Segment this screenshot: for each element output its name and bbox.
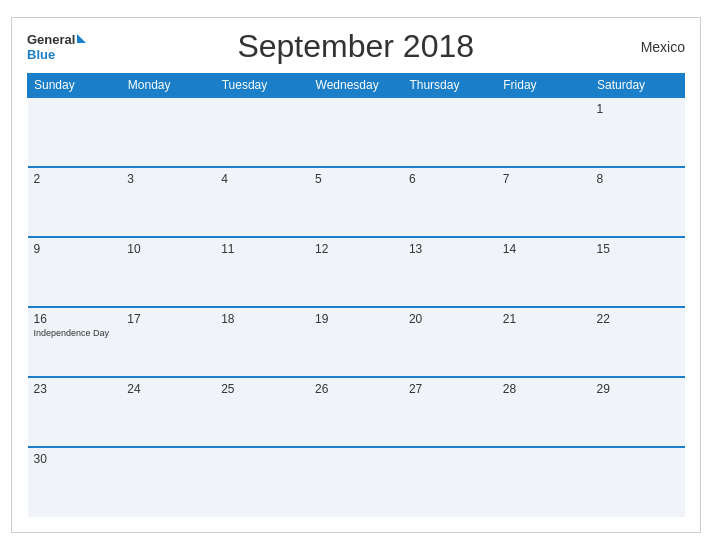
day-number: 22 <box>597 312 679 326</box>
day-number: 1 <box>597 102 679 116</box>
calendar-cell: 16Independence Day <box>28 307 122 377</box>
week-row-1: 2345678 <box>28 167 685 237</box>
calendar-cell <box>497 447 591 517</box>
day-number: 6 <box>409 172 491 186</box>
calendar-cell <box>497 97 591 167</box>
calendar-cell: 12 <box>309 237 403 307</box>
calendar-cell: 26 <box>309 377 403 447</box>
logo-general: General <box>27 32 75 47</box>
day-number: 9 <box>34 242 116 256</box>
weekday-header-monday: Monday <box>121 74 215 98</box>
calendar-cell <box>28 97 122 167</box>
day-number: 8 <box>597 172 679 186</box>
day-number: 29 <box>597 382 679 396</box>
country-label: Mexico <box>625 39 685 55</box>
week-row-2: 9101112131415 <box>28 237 685 307</box>
calendar-title: September 2018 <box>86 28 625 65</box>
day-number: 14 <box>503 242 585 256</box>
calendar-cell: 30 <box>28 447 122 517</box>
calendar-cell <box>309 97 403 167</box>
day-number: 28 <box>503 382 585 396</box>
calendar-cell <box>215 447 309 517</box>
calendar-cell <box>403 447 497 517</box>
calendar-cell: 29 <box>591 377 685 447</box>
day-number: 24 <box>127 382 209 396</box>
day-number: 10 <box>127 242 209 256</box>
calendar-cell: 18 <box>215 307 309 377</box>
calendar-cell <box>309 447 403 517</box>
calendar-cell: 24 <box>121 377 215 447</box>
calendar-cell: 20 <box>403 307 497 377</box>
day-number: 12 <box>315 242 397 256</box>
day-number: 5 <box>315 172 397 186</box>
day-number: 7 <box>503 172 585 186</box>
calendar-cell: 22 <box>591 307 685 377</box>
calendar-cell: 13 <box>403 237 497 307</box>
calendar-cell: 1 <box>591 97 685 167</box>
day-number: 19 <box>315 312 397 326</box>
day-number: 27 <box>409 382 491 396</box>
calendar-cell <box>403 97 497 167</box>
weekday-header-sunday: Sunday <box>28 74 122 98</box>
day-number: 20 <box>409 312 491 326</box>
day-number: 4 <box>221 172 303 186</box>
day-number: 26 <box>315 382 397 396</box>
week-row-0: 1 <box>28 97 685 167</box>
calendar-cell: 15 <box>591 237 685 307</box>
day-number: 17 <box>127 312 209 326</box>
week-row-4: 23242526272829 <box>28 377 685 447</box>
calendar-cell: 2 <box>28 167 122 237</box>
calendar-cell <box>215 97 309 167</box>
calendar-cell: 5 <box>309 167 403 237</box>
weekday-header-thursday: Thursday <box>403 74 497 98</box>
calendar-cell <box>121 447 215 517</box>
day-number: 2 <box>34 172 116 186</box>
day-number: 30 <box>34 452 116 466</box>
day-number: 23 <box>34 382 116 396</box>
calendar-cell: 8 <box>591 167 685 237</box>
calendar-cell: 23 <box>28 377 122 447</box>
calendar-cell: 9 <box>28 237 122 307</box>
weekday-header-tuesday: Tuesday <box>215 74 309 98</box>
logo-area: General Blue <box>27 32 86 62</box>
calendar-cell: 14 <box>497 237 591 307</box>
calendar-table: SundayMondayTuesdayWednesdayThursdayFrid… <box>27 73 685 517</box>
calendar-cell: 21 <box>497 307 591 377</box>
day-number: 3 <box>127 172 209 186</box>
calendar-cell <box>121 97 215 167</box>
day-number: 15 <box>597 242 679 256</box>
calendar-cell: 4 <box>215 167 309 237</box>
week-row-5: 30 <box>28 447 685 517</box>
day-number: 21 <box>503 312 585 326</box>
calendar-cell: 25 <box>215 377 309 447</box>
calendar-cell: 19 <box>309 307 403 377</box>
logo-blue: Blue <box>27 47 55 62</box>
calendar-container: General Blue September 2018 Mexico Sunda… <box>11 17 701 533</box>
calendar-header: General Blue September 2018 Mexico <box>27 28 685 65</box>
calendar-cell <box>591 447 685 517</box>
weekday-header-friday: Friday <box>497 74 591 98</box>
day-number: 16 <box>34 312 116 326</box>
day-number: 18 <box>221 312 303 326</box>
calendar-cell: 10 <box>121 237 215 307</box>
day-number: 25 <box>221 382 303 396</box>
calendar-cell: 6 <box>403 167 497 237</box>
day-event: Independence Day <box>34 328 116 339</box>
weekday-header-saturday: Saturday <box>591 74 685 98</box>
logo-triangle-icon <box>77 34 86 43</box>
week-row-3: 16Independence Day171819202122 <box>28 307 685 377</box>
calendar-cell: 28 <box>497 377 591 447</box>
calendar-cell: 17 <box>121 307 215 377</box>
day-number: 11 <box>221 242 303 256</box>
calendar-cell: 7 <box>497 167 591 237</box>
weekday-header-row: SundayMondayTuesdayWednesdayThursdayFrid… <box>28 74 685 98</box>
calendar-cell: 3 <box>121 167 215 237</box>
calendar-cell: 11 <box>215 237 309 307</box>
day-number: 13 <box>409 242 491 256</box>
calendar-cell: 27 <box>403 377 497 447</box>
weekday-header-wednesday: Wednesday <box>309 74 403 98</box>
